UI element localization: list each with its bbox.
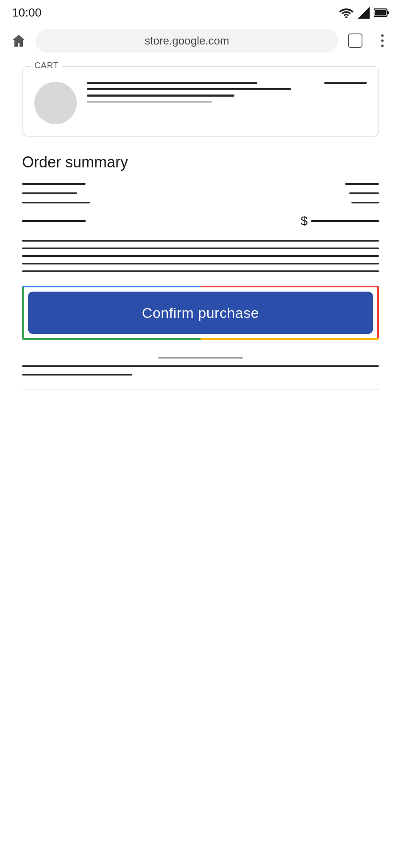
- menu-dot-3: [381, 45, 384, 47]
- text-line-3: [22, 255, 379, 257]
- border-left: [22, 287, 24, 338]
- browser-bar: store.google.com: [0, 24, 401, 58]
- summary-total-row: $: [22, 214, 379, 228]
- product-price-col: [324, 78, 367, 84]
- below-full-line-1: [22, 365, 379, 367]
- product-details: [87, 78, 314, 103]
- summary-right-1: [345, 183, 379, 185]
- home-button[interactable]: [8, 31, 29, 51]
- status-time: 10:00: [12, 6, 42, 19]
- status-icons: [339, 7, 389, 19]
- summary-right-3: [351, 202, 379, 203]
- confirm-purchase-container: Confirm purchase: [22, 286, 379, 340]
- summary-total-right: $: [301, 214, 379, 228]
- price-line: [324, 82, 367, 84]
- product-line-2: [87, 88, 291, 90]
- summary-left-2: [22, 192, 77, 194]
- svg-rect-4: [375, 10, 386, 16]
- svg-marker-1: [358, 7, 370, 19]
- tab-square-icon: [348, 33, 362, 48]
- dollar-sign: $: [301, 214, 308, 228]
- menu-button[interactable]: [372, 31, 393, 51]
- text-lines-block: [22, 240, 379, 272]
- svg-rect-3: [387, 11, 389, 14]
- cart-section: CART: [22, 66, 379, 136]
- text-line-1: [22, 240, 379, 242]
- cart-item: [34, 78, 367, 124]
- summary-rows: [22, 183, 379, 203]
- summary-left-1: [22, 183, 86, 185]
- order-summary-title: Order summary: [22, 153, 379, 171]
- battery-icon: [374, 8, 389, 18]
- below-short-line: [22, 374, 132, 376]
- menu-dot-2: [381, 39, 384, 42]
- tab-button[interactable]: [345, 31, 365, 51]
- cart-label: CART: [31, 61, 62, 70]
- border-top: [22, 286, 379, 287]
- product-image: [34, 82, 77, 124]
- product-line-light: [87, 101, 212, 103]
- menu-dot-1: [381, 34, 384, 37]
- text-line-5: [22, 270, 379, 272]
- page-content: CART Order summary: [0, 58, 401, 398]
- summary-right-2: [349, 192, 379, 194]
- text-line-2: [22, 248, 379, 249]
- confirm-purchase-button[interactable]: Confirm purchase: [28, 292, 373, 334]
- summary-row-2: [22, 192, 379, 194]
- border-bottom: [22, 338, 379, 340]
- border-right: [377, 287, 379, 338]
- summary-total-left: [22, 220, 86, 222]
- summary-row-3: [22, 202, 379, 203]
- address-bar[interactable]: store.google.com: [36, 29, 338, 53]
- product-line-1: [87, 82, 257, 84]
- below-center-line: [158, 357, 243, 359]
- total-amount-line: [311, 220, 379, 222]
- summary-left-3: [22, 202, 90, 203]
- home-icon: [11, 33, 27, 49]
- wifi-icon: [339, 8, 354, 18]
- url-text: store.google.com: [145, 34, 229, 47]
- signal-icon: [358, 7, 370, 19]
- summary-row-1: [22, 183, 379, 185]
- svg-point-0: [345, 17, 348, 18]
- status-bar: 10:00: [0, 0, 401, 24]
- bottom-divider: [22, 389, 379, 389]
- text-line-4: [22, 263, 379, 264]
- below-button-lines: [22, 357, 379, 376]
- product-line-3: [87, 95, 234, 97]
